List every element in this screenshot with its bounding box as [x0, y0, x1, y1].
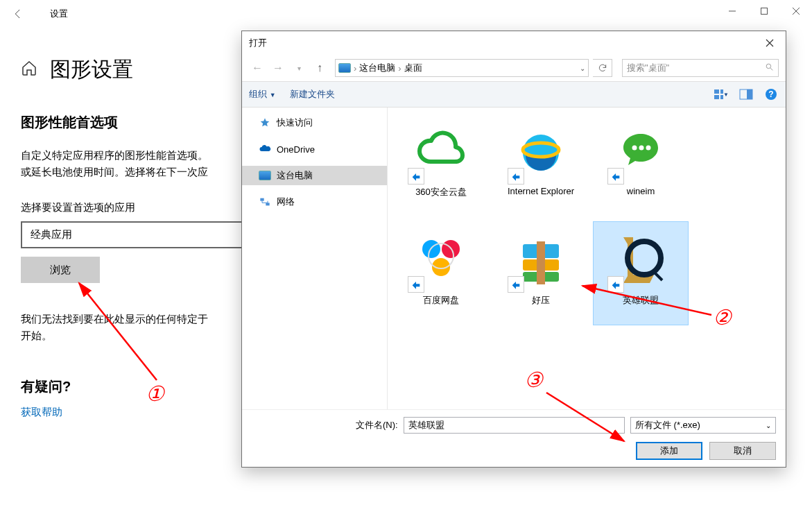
nav-label: OneDrive: [277, 144, 315, 155]
svg-rect-26: [537, 241, 545, 284]
settings-titlebar: 设置: [0, 0, 812, 28]
annotation-3: ③: [524, 368, 543, 392]
nav-onedrive[interactable]: OneDrive: [242, 139, 387, 159]
nav-label: 快速访问: [277, 117, 313, 129]
search-input[interactable]: 搜索"桌面": [622, 59, 779, 77]
shortcut-icon: [408, 276, 424, 293]
nav-quick-access[interactable]: 快速访问: [242, 113, 387, 132]
svg-rect-13: [266, 203, 269, 205]
page-title: 图形设置: [50, 55, 133, 84]
annotation-1: ①: [146, 382, 164, 406]
pc-icon: [259, 169, 271, 182]
svg-rect-12: [260, 198, 264, 201]
app-icon-360-cloud: [413, 130, 469, 172]
back-button[interactable]: [6, 1, 31, 26]
breadcrumb-item[interactable]: 桌面: [404, 62, 422, 74]
nav-back-button[interactable]: ←: [249, 60, 266, 76]
shortcut-icon: [607, 168, 624, 185]
address-bar[interactable]: › 这台电脑 › 桌面 ⌄: [335, 59, 589, 77]
nav-this-pc[interactable]: 这台电脑: [242, 166, 387, 185]
breadcrumb-sep: ›: [354, 63, 356, 74]
svg-text:?: ?: [768, 89, 773, 99]
maximize-button[interactable]: [748, 0, 780, 22]
address-bar-row: ← → ▾ ↑ › 这台电脑 › 桌面 ⌄ 搜索"桌面": [242, 55, 786, 81]
file-label: Internet Explorer: [508, 186, 574, 196]
svg-rect-4: [714, 89, 719, 94]
filename-input[interactable]: [404, 417, 625, 434]
nav-network[interactable]: 网络: [242, 192, 387, 212]
breadcrumb-sep: ›: [398, 63, 401, 74]
chevron-down-icon: ⌄: [766, 422, 771, 429]
file-filter-select[interactable]: 所有文件 (*.exe) ⌄: [630, 417, 776, 434]
file-item-ie[interactable]: Internet Explorer: [493, 113, 589, 217]
help-button[interactable]: ?: [763, 87, 779, 102]
svg-rect-6: [714, 95, 719, 99]
filter-value: 所有文件 (*.exe): [635, 419, 700, 431]
dialog-toolbar: 组织 ▼ 新建文件夹 ▼ ?: [242, 81, 786, 108]
home-icon[interactable]: [21, 60, 37, 80]
file-label: 360安全云盘: [415, 186, 467, 198]
app-type-select[interactable]: 经典应用: [21, 221, 243, 248]
nav-up-button[interactable]: ↑: [311, 60, 328, 76]
browse-button[interactable]: 浏览: [21, 257, 100, 283]
star-icon: [259, 117, 271, 129]
preview-pane-button[interactable]: [738, 87, 754, 102]
search-placeholder: 搜索"桌面": [627, 62, 669, 74]
dialog-titlebar: 打开: [242, 31, 786, 55]
svg-point-18: [646, 146, 651, 151]
file-label: 英雄联盟: [623, 294, 659, 307]
file-item-360[interactable]: 360安全云盘: [393, 113, 489, 217]
file-item-baidu[interactable]: 百度网盘: [393, 221, 489, 325]
window-title: 设置: [50, 8, 68, 20]
breadcrumb-item[interactable]: 这台电脑: [359, 62, 395, 74]
network-icon: [259, 196, 271, 208]
shortcut-icon: [607, 276, 624, 293]
filename-label: 文件名(N):: [356, 419, 398, 431]
view-icons-button[interactable]: ▼: [714, 87, 729, 102]
minimize-button[interactable]: [716, 0, 748, 22]
chevron-down-icon[interactable]: ⌄: [580, 65, 585, 72]
shortcut-icon: [508, 276, 524, 293]
open-file-dialog: 打开 ← → ▾ ↑ › 这台电脑 › 桌面 ⌄ 搜索"桌面" 组织 ▼ 新建文…: [241, 31, 786, 468]
cloud-icon: [259, 143, 271, 155]
help-link[interactable]: 获取帮助: [21, 406, 62, 419]
window-controls: [716, 0, 812, 22]
svg-point-17: [639, 146, 644, 151]
file-item-lol[interactable]: 英雄联盟: [593, 221, 689, 325]
select-value: 经典应用: [31, 228, 72, 241]
shortcut-icon: [508, 168, 524, 185]
nav-label: 这台电脑: [277, 169, 313, 182]
svg-point-2: [766, 64, 771, 69]
cancel-button[interactable]: 取消: [709, 442, 776, 460]
file-list[interactable]: 360安全云盘 Internet Explorer wineim: [388, 108, 786, 409]
refresh-button[interactable]: [593, 59, 612, 77]
nav-label: 网络: [277, 196, 295, 208]
svg-rect-1: [761, 8, 768, 15]
dialog-main: 快速访问 OneDrive 这台电脑 网络: [242, 108, 786, 409]
dialog-title: 打开: [249, 37, 267, 49]
svg-line-3: [770, 68, 772, 70]
search-icon: [765, 62, 774, 74]
file-label: 好压: [532, 294, 550, 307]
file-item-wineim[interactable]: wineim: [593, 113, 689, 217]
annotation-2: ②: [713, 305, 732, 329]
navigation-pane: 快速访问 OneDrive 这台电脑 网络: [242, 108, 388, 409]
nav-recent-button[interactable]: ▾: [291, 60, 307, 76]
add-button[interactable]: 添加: [636, 442, 702, 460]
nav-forward-button[interactable]: →: [270, 60, 286, 76]
dialog-bottom: 文件名(N): 所有文件 (*.exe) ⌄ 添加 取消: [242, 409, 786, 467]
file-item-haozip[interactable]: 好压: [493, 221, 589, 325]
shortcut-icon: [408, 168, 424, 185]
new-folder-button[interactable]: 新建文件夹: [290, 88, 335, 101]
close-button[interactable]: [780, 0, 812, 22]
dialog-close-button[interactable]: [754, 31, 786, 55]
file-label: wineim: [627, 186, 655, 196]
pc-icon: [338, 63, 351, 73]
svg-point-16: [632, 146, 637, 151]
organize-menu[interactable]: 组织 ▼: [249, 88, 276, 101]
file-label: 百度网盘: [423, 294, 459, 307]
svg-rect-9: [747, 89, 752, 99]
